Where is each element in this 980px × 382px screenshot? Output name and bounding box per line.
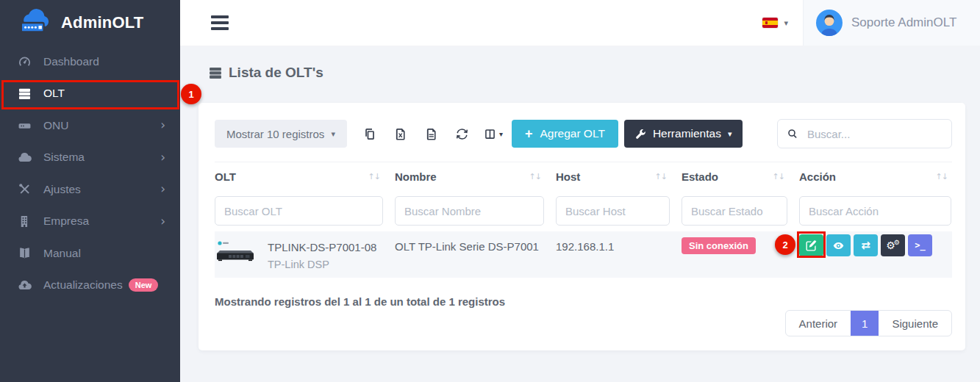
sidebar-item-label: Sistema bbox=[43, 151, 85, 164]
annotation-marker-2: 2 bbox=[775, 234, 795, 255]
sidebar-item-sistema[interactable]: Sistema › bbox=[0, 142, 180, 174]
sidebar-item-label: Dashboard bbox=[43, 55, 99, 68]
column-visibility-button[interactable]: ▾ bbox=[478, 120, 509, 148]
chevron-right-icon: › bbox=[160, 215, 165, 228]
sort-icon: ↑↓ bbox=[655, 172, 667, 181]
eye-icon bbox=[833, 240, 844, 251]
show-records-dropdown[interactable]: Mostrar 10 registros ▾ bbox=[215, 120, 347, 148]
settings-olt-button[interactable]: ⚙⚙ bbox=[881, 234, 905, 256]
chevron-right-icon: › bbox=[160, 183, 165, 195]
app-logo[interactable]: AdminOLT bbox=[0, 0, 180, 46]
sidebar: AdminOLT Dashboard OLT ONU › Sistema › A… bbox=[0, 0, 180, 382]
filter-nombre-input[interactable] bbox=[395, 196, 544, 226]
gears-icon: ⚙ bbox=[894, 239, 900, 246]
add-olt-button[interactable]: + Agregar OLT bbox=[512, 120, 618, 148]
caret-down-icon: ▾ bbox=[331, 129, 335, 139]
filter-accion-input[interactable] bbox=[799, 196, 951, 226]
building-icon bbox=[18, 214, 33, 228]
plus-icon: + bbox=[525, 127, 533, 140]
sidebar-item-onu[interactable]: ONU › bbox=[0, 109, 180, 142]
cell-olt: TPLINK-DS-P7001-08 TP-Link DSP bbox=[215, 231, 395, 278]
caret-down-icon: ▾ bbox=[728, 129, 732, 139]
caret-down-icon: ▾ bbox=[784, 18, 788, 28]
pagination: Anterior 1 Siguiente bbox=[785, 310, 952, 336]
copy-icon bbox=[363, 128, 376, 140]
sidebar-item-label: ONU bbox=[43, 119, 68, 132]
tools-dropdown-button[interactable]: Herramientas ▾ bbox=[624, 120, 743, 148]
export-excel-button[interactable] bbox=[385, 120, 416, 148]
document-icon bbox=[425, 128, 437, 140]
sidebar-item-dashboard[interactable]: Dashboard bbox=[0, 46, 180, 78]
olt-list-card: Mostrar 10 registros ▾ ▾ + Agregar OLT H… bbox=[198, 103, 965, 350]
show-records-label: Mostrar 10 registros bbox=[226, 128, 324, 140]
wrench-icon bbox=[635, 129, 646, 140]
refresh-icon bbox=[456, 128, 468, 140]
sidebar-item-label: Actualizaciones bbox=[43, 278, 123, 292]
sidebar-item-actualizaciones[interactable]: Actualizaciones New bbox=[0, 270, 180, 302]
status-badge: Sin conexión bbox=[682, 237, 756, 254]
sidebar-item-label: Empresa bbox=[43, 215, 89, 228]
cell-nombre: OLT TP-Link Serie DS-P7001 bbox=[395, 231, 556, 260]
olt-vendor: TP-Link DSP bbox=[268, 259, 376, 270]
olt-device-image bbox=[215, 237, 256, 265]
search-input[interactable] bbox=[806, 127, 943, 141]
table-toolbar: Mostrar 10 registros ▾ ▾ + Agregar OLT H… bbox=[215, 119, 952, 148]
column-header-olt[interactable]: OLT↑↓ bbox=[215, 170, 395, 183]
view-olt-button[interactable] bbox=[826, 234, 851, 256]
gauge-icon bbox=[18, 54, 33, 69]
export-buttons: ▾ bbox=[354, 120, 509, 148]
records-summary: Mostrando registros del 1 al 1 de un tot… bbox=[215, 295, 952, 308]
excel-file-icon bbox=[394, 128, 407, 140]
table-filter-row bbox=[215, 190, 952, 231]
pagination-page-1[interactable]: 1 bbox=[851, 311, 879, 336]
sidebar-item-ajustes[interactable]: Ajustes › bbox=[0, 173, 180, 206]
pagination-next[interactable]: Siguiente bbox=[879, 311, 951, 336]
export-file-button[interactable] bbox=[416, 120, 447, 148]
top-header: ▾ Soporte AdminOLT bbox=[180, 0, 980, 46]
cloud-device-logo-icon bbox=[18, 9, 54, 37]
olt-model: TPLINK-DS-P7001-08 bbox=[268, 237, 376, 253]
terminal-olt-button[interactable]: >_ bbox=[908, 234, 932, 256]
user-menu[interactable]: Soporte AdminOLT bbox=[803, 0, 980, 46]
filter-olt-input[interactable] bbox=[215, 196, 383, 226]
sidebar-item-manual[interactable]: Manual bbox=[0, 237, 180, 270]
modem-icon bbox=[18, 118, 33, 133]
sort-icon: ↑↓ bbox=[773, 172, 784, 181]
page-title: Lista de OLT's bbox=[208, 65, 323, 81]
menu-toggle-button[interactable] bbox=[211, 15, 229, 30]
add-olt-label: Agregar OLT bbox=[540, 127, 604, 140]
new-badge: New bbox=[129, 278, 159, 292]
global-search bbox=[777, 119, 952, 148]
sort-icon: ↑↓ bbox=[936, 172, 948, 181]
column-header-estado[interactable]: Estado↑↓ bbox=[682, 170, 799, 183]
column-header-nombre[interactable]: Nombre↑↓ bbox=[395, 170, 556, 183]
annotation-marker-1: 1 bbox=[181, 84, 201, 104]
column-header-accion[interactable]: Acción↑↓ bbox=[799, 170, 952, 183]
sort-icon: ↑↓ bbox=[368, 172, 380, 181]
refresh-button[interactable] bbox=[447, 120, 478, 148]
table-header-row: OLT↑↓ Nombre↑↓ Host↑↓ Estado↑↓ Acción↑↓ bbox=[215, 162, 952, 190]
sidebar-item-empresa[interactable]: Empresa › bbox=[0, 206, 180, 238]
spain-flag-icon bbox=[762, 18, 778, 28]
annotation-box-2 bbox=[797, 231, 826, 258]
avatar bbox=[816, 10, 843, 36]
annotation-box-1 bbox=[1, 80, 179, 109]
columns-icon bbox=[484, 128, 496, 140]
tools-icon bbox=[18, 182, 33, 197]
chevron-right-icon: › bbox=[160, 119, 165, 131]
column-header-host[interactable]: Host↑↓ bbox=[556, 170, 682, 183]
sync-olt-button[interactable]: ⇄ bbox=[854, 234, 878, 256]
language-selector[interactable]: ▾ bbox=[762, 18, 788, 28]
page-title-text: Lista de OLT's bbox=[229, 65, 323, 81]
filter-host-input[interactable] bbox=[556, 196, 670, 226]
pagination-previous[interactable]: Anterior bbox=[786, 311, 851, 336]
user-name: Soporte AdminOLT bbox=[851, 15, 956, 30]
exchange-icon: ⇄ bbox=[861, 239, 870, 252]
main-content: Lista de OLT's Mostrar 10 registros ▾ ▾ … bbox=[180, 46, 980, 382]
cloud-upload-icon bbox=[18, 278, 33, 292]
copy-button[interactable] bbox=[354, 120, 385, 148]
table-row: TPLINK-DS-P7001-08 TP-Link DSP OLT TP-Li… bbox=[215, 231, 952, 278]
filter-estado-input[interactable] bbox=[682, 196, 787, 226]
book-icon bbox=[18, 246, 33, 261]
caret-down-icon: ▾ bbox=[499, 130, 503, 138]
